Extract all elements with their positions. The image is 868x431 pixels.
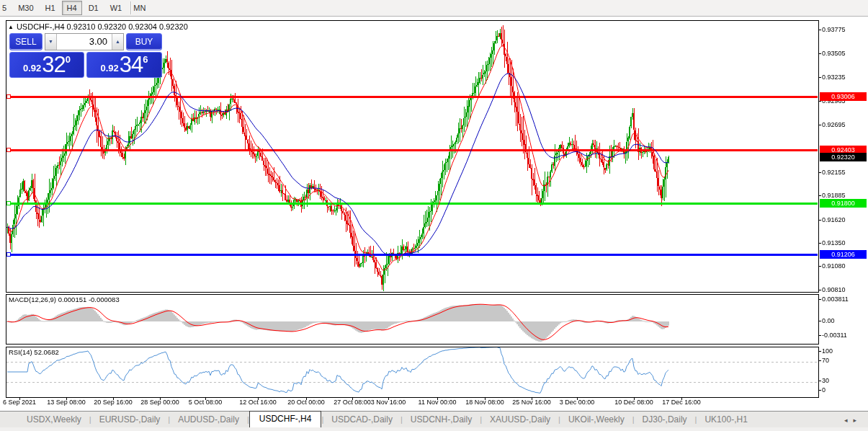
time-axis-label: 20 Oct 00:00 [287,399,325,406]
price-axis-label: 0.91350 [822,239,846,246]
sell-price-pipette: 0 [66,55,71,64]
time-axis-label: 10 Dec 08:00 [614,399,653,406]
time-axis-label: 12 Oct 16:00 [239,399,277,406]
price-axis-label: 0.93775 [822,26,846,33]
collapse-panel-icon[interactable]: ▲ [8,24,14,30]
lot-decrease-button[interactable]: ▼ [45,34,57,50]
macd-scale-label: 0.003811 [822,296,849,303]
rsi-scale-label: 100 [822,347,833,355]
price-axis-label: 0.90810 [822,286,846,293]
time-axis-label: 6 Sep 2021 [3,399,36,406]
chart-tab-dj30-daily[interactable]: DJ30-,Daily [635,412,695,427]
chart-symbol-header: ▲USDCHF-,H4 0.92310 0.92320 0.92304 0.92… [8,22,188,31]
time-axis-label: 18 Nov 08:00 [465,399,504,406]
chart-tab-usdcad-daily[interactable]: USDCAD-,Daily [323,412,401,427]
chart-tab-usdchf-h4[interactable]: USDCHF-,H4 [249,411,322,427]
rsi-scale-label: 70 [822,357,829,364]
chevron-up-icon: ▲ [115,39,120,44]
time-axis-label: 17 Dec 16:00 [662,399,701,406]
timeframe-button-h4[interactable]: H4 [62,1,82,15]
status-strip [0,427,868,431]
chart-tab-uk100-h1[interactable]: UK100-,H1 [697,412,755,427]
timeframe-button-m30[interactable]: M30 [13,1,38,15]
time-axis-label: 28 Sep 00:00 [140,399,179,406]
price-axis-label: 0.93505 [822,50,846,57]
macd-indicator-label: MACD(12,26,9) 0.000151 -0.000083 [9,296,120,303]
rsi-scale-label: 0 [822,386,826,394]
time-axis-label: 13 Sep 08:00 [47,399,86,406]
buy-quote-box[interactable]: 0.92 34 6 [86,52,162,78]
level-price-label: 0.93006 [820,92,867,101]
lot-size-input[interactable]: 3.00 [57,34,112,50]
level-price-label: 0.91800 [820,199,867,208]
chart-tabs: USDX,Weekly|EURUSD-,Daily|AUDUSD-,Daily|… [19,411,756,427]
chart-tab-xauusd-daily[interactable]: XAUUSD-,Daily [482,412,558,427]
chart-tab-bar: USDX,Weekly|EURUSD-,Daily|AUDUSD-,Daily|… [0,411,868,427]
buy-price-prefix: 0.92 [100,61,118,76]
time-axis-label: 27 Oct 08:00 [334,399,371,406]
timeframe-toolbar: 5M30H1H4D1W1MN [0,0,868,17]
macd-scale-label: -0.00311 [822,332,847,339]
mt4-window: 5M30H1H4D1W1MN ▲USDCHF-,H4 0.92310 0.923… [0,0,868,431]
symbol-ohlc-text: USDCHF-,H4 0.92310 0.92320 0.92304 0.923… [17,22,188,31]
lot-increase-button[interactable]: ▲ [112,34,123,50]
buy-price-pipette: 6 [143,55,148,64]
timeframe-button-w1[interactable]: W1 [105,1,127,15]
price-axis-label: 0.92695 [822,121,846,128]
sell-price-prefix: 0.92 [23,61,41,76]
timeframe-button-d1[interactable]: D1 [84,1,104,15]
rsi-scale-label: 30 [822,377,829,384]
chart-tab-usdcnh-daily[interactable]: USDCNH-,Daily [403,412,480,427]
tab-scroll-right-icon[interactable]: ▸ [853,417,862,424]
time-axis-label: 3 Dec 00:00 [560,399,595,406]
chart-tab-audusd-daily[interactable]: AUDUSD-,Daily [170,412,247,427]
chevron-down-icon: ▼ [48,39,53,44]
buy-price-main: 34 [120,54,143,76]
current-price-label: 0.92320 [820,153,867,161]
sell-price-main: 32 [42,54,65,76]
price-axis-label: 0.91620 [822,216,846,223]
price-axis-label: 0.91885 [822,192,846,199]
price-axis-label: 0.92155 [822,169,846,176]
timeframe-buttons: 5M30H1H4D1W1MN [0,0,151,12]
chart-tab-usdx-weekly[interactable]: USDX,Weekly [19,412,89,427]
time-axis-label: 11 Nov 00:00 [419,399,457,406]
sell-button[interactable]: SELL [9,33,42,50]
macd-scale-label: 0.00 [822,317,835,324]
time-axis-label: 20 Sep 16:00 [94,399,133,406]
timeframe-button-5[interactable]: 5 [0,1,12,15]
tab-scroll-arrows: ◂▸ [844,417,862,424]
toolbar-separator [130,1,132,14]
price-axis-label: 0.91080 [822,262,846,270]
time-axis-label: 3 Nov 16:00 [371,399,406,406]
level-price-label: 0.91206 [820,250,867,259]
timeframe-button-h1[interactable]: H1 [40,1,61,15]
chart-tab-eurusd-daily[interactable]: EURUSD-,Daily [91,412,169,427]
rsi-indicator-label: RSI(14) 52.0682 [9,348,59,356]
time-axis-label: 5 Oct 08:00 [189,399,223,406]
sell-quote-box[interactable]: 0.92 32 0 [9,52,84,78]
tab-scroll-left-icon[interactable]: ◂ [844,417,854,424]
buy-button[interactable]: BUY [126,33,162,50]
lot-size-stepper: ▼ 3.00 ▲ [45,33,124,50]
price-axis-label: 0.93235 [822,74,846,81]
time-axis-label: 25 Nov 16:00 [512,399,551,406]
chart-tab-ukoil-weekly[interactable]: UKOil-,Weekly [560,412,632,427]
one-click-trading-panel: SELL ▼ 3.00 ▲ BUY 0.92 32 0 0.92 34 6 [9,33,162,78]
